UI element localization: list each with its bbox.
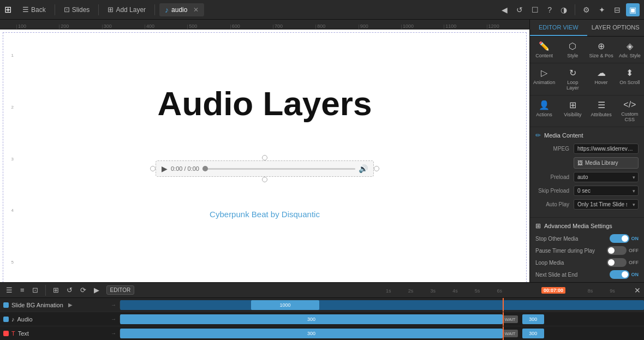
media-library-row: 🖼 Media Library xyxy=(535,157,639,169)
media-content-section: ✏ Media Content MPEG https://www.sliderr… xyxy=(530,127,644,218)
auto-play-select-wrap: Only 1st Time Slide show... Always Never… xyxy=(574,199,639,210)
preview-button[interactable]: ☐ xyxy=(528,3,542,16)
scroll-icon: ⬍ xyxy=(626,68,633,78)
resize-handle-top[interactable] xyxy=(262,155,267,160)
tab-layer-options[interactable]: LAYER OPTIONS xyxy=(587,20,645,36)
mpeg-value[interactable]: https://www.sliderrevolution xyxy=(574,144,639,154)
help-button[interactable]: ? xyxy=(544,3,555,16)
wp-icon: ⊞ xyxy=(4,4,11,15)
separator xyxy=(45,285,46,296)
ruler-mark: 300 xyxy=(102,25,145,29)
separator xyxy=(154,4,155,15)
wait-badge: WAIT xyxy=(503,315,518,323)
progress-thumb[interactable] xyxy=(202,166,208,171)
audio-row-icon: ♪ xyxy=(11,316,15,323)
slide-bg-row: Slide BG Animation ▶ → 1000 xyxy=(0,298,644,312)
panel-icons: ✏️ Content ⬡ Style ⊕ Size & Pos ◈ Adv. S… xyxy=(530,37,644,127)
playhead xyxy=(503,326,504,340)
pause-timer-switch[interactable] xyxy=(607,246,627,255)
audio-row-name: Audio xyxy=(17,316,33,323)
resize-handle-left[interactable] xyxy=(150,166,156,171)
icon-loop-layer[interactable]: ↻ Loop Layer xyxy=(558,63,587,96)
preload-row: Preload auto none metadata ▾ xyxy=(535,172,639,182)
play-button[interactable]: ▶ xyxy=(162,164,168,173)
contrast-button[interactable]: ◑ xyxy=(557,3,570,16)
layout-button[interactable]: ⊟ xyxy=(611,3,624,16)
tab-editor-view[interactable]: EDITOR VIEW xyxy=(530,20,587,36)
icon-style[interactable]: ⬡ Style xyxy=(558,37,587,63)
grid-button[interactable]: ⊞ xyxy=(50,285,62,295)
arrow-icon: → xyxy=(111,330,116,336)
loop-media-switch[interactable] xyxy=(607,258,627,267)
playhead xyxy=(503,312,504,326)
color-dot xyxy=(3,331,9,336)
stop-other-toggle[interactable]: ON xyxy=(610,234,639,243)
audio-tab[interactable]: ♪ audio ✕ xyxy=(159,3,204,16)
current-time: 00:07:00 xyxy=(541,287,565,294)
folder-button[interactable]: ⊡ xyxy=(29,285,41,295)
settings-tl-button[interactable]: ≡ xyxy=(17,285,27,295)
audio-bar: 300 xyxy=(120,314,503,324)
panel-tabs: EDITOR VIEW LAYER OPTIONS xyxy=(530,20,644,37)
loop-media-toggle[interactable]: OFF xyxy=(607,258,639,267)
timeline: ☰ ≡ ⊡ ⊞ ↺ ⟳ ▶ EDITOR 1s 2s 3s 4s 5s 6s 0… xyxy=(0,282,644,340)
cycle-button[interactable]: ⟳ xyxy=(77,285,89,295)
progress-bar[interactable] xyxy=(202,168,355,170)
loop-media-row: Loop Media OFF xyxy=(535,258,639,267)
settings-button[interactable]: ⚙ xyxy=(580,3,593,16)
refresh-button[interactable]: ↺ xyxy=(64,285,75,295)
icon-adv-style[interactable]: ◈ Adv. Style xyxy=(616,37,644,63)
icon-attributes[interactable]: ☰ Attributes xyxy=(587,96,616,127)
network-button[interactable]: ✦ xyxy=(595,3,609,16)
icon-hover[interactable]: ☁ Hover xyxy=(587,63,616,96)
next-slide-toggle[interactable]: ON xyxy=(610,270,639,279)
audio-credit[interactable]: Cyberpunk Beat by Disquantic xyxy=(210,210,320,219)
icon-on-scroll[interactable]: ⬍ On Scroll xyxy=(616,63,644,96)
undo-button[interactable]: ◀ xyxy=(498,3,511,16)
text-row-label: T Text → xyxy=(0,330,120,337)
ruler-mark: 400 xyxy=(145,25,187,29)
icon-custom-css[interactable]: </> Custom CSS xyxy=(616,96,644,127)
text-end-bar: 300 xyxy=(522,329,544,338)
resize-handle-right[interactable] xyxy=(374,166,379,171)
stop-other-switch[interactable] xyxy=(610,234,629,243)
close-timeline-button[interactable]: ✕ xyxy=(634,286,641,295)
auto-play-select[interactable]: Only 1st Time Slide show... Always Never xyxy=(574,199,639,210)
icon-size-pos[interactable]: ⊕ Size & Pos xyxy=(587,37,616,63)
audio-row: ♪ Audio → 300 WAIT 300 xyxy=(0,312,644,326)
add-icon: ⊞ xyxy=(108,5,114,14)
slide-title: Audio Layers xyxy=(158,84,372,123)
separator xyxy=(98,4,99,15)
close-icon[interactable]: ✕ xyxy=(193,6,199,14)
auto-play-row: Auto Play Only 1st Time Slide show... Al… xyxy=(535,199,639,210)
slides-button[interactable]: ⊡ Slides xyxy=(59,3,94,16)
back-icon: ☰ xyxy=(22,5,29,14)
ruler-mark: 700 xyxy=(273,25,315,29)
next-slide-label: Next Slide at End xyxy=(535,272,610,278)
timeline-rows: Slide BG Animation ▶ → 1000 ♪ Audio → xyxy=(0,298,644,340)
resize-handle-bottom[interactable] xyxy=(262,177,267,182)
pause-timer-toggle[interactable]: OFF xyxy=(607,246,639,255)
active-view-button[interactable]: ▣ xyxy=(626,3,640,16)
auto-play-label: Auto Play xyxy=(535,201,574,207)
attributes-icon: ☰ xyxy=(598,100,605,110)
icon-visibility[interactable]: ⊞ Visibility xyxy=(558,96,587,127)
pause-timer-state: OFF xyxy=(629,248,639,253)
next-slide-switch[interactable] xyxy=(610,270,629,279)
icon-actions[interactable]: 👤 Actions xyxy=(530,96,558,127)
icon-content[interactable]: ✏️ Content xyxy=(530,37,558,63)
play-tl-button[interactable]: ▶ xyxy=(91,285,102,295)
preload-select[interactable]: auto none metadata xyxy=(574,172,639,182)
style-icon: ⬡ xyxy=(569,41,576,51)
back-button[interactable]: ☰ Back xyxy=(18,3,50,16)
icon-animation[interactable]: ▷ Animation xyxy=(530,63,558,96)
size-pos-icon: ⊕ xyxy=(598,41,605,51)
media-library-button[interactable]: 🖼 Media Library xyxy=(574,157,639,169)
add-layer-button[interactable]: ⊞ Add Layer xyxy=(103,3,150,16)
skip-preload-select[interactable]: 0 sec 1 sec 2 sec xyxy=(574,186,639,196)
layers-button[interactable]: ☰ xyxy=(3,285,15,295)
slides-icon: ⊡ xyxy=(64,5,70,14)
ruler-mark: 1100 xyxy=(444,25,486,29)
mpeg-field-row: MPEG https://www.sliderrevolution xyxy=(535,144,639,154)
redo-button[interactable]: ↺ xyxy=(513,3,526,16)
